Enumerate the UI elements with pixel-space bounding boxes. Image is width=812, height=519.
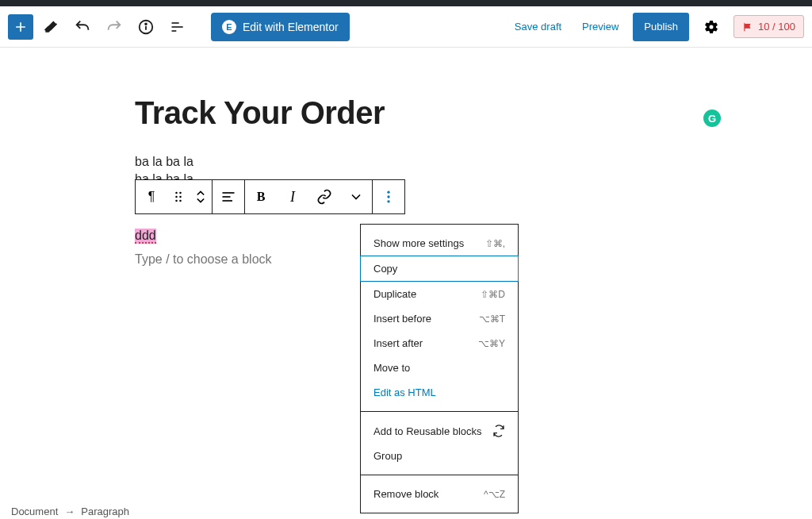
svg-point-6 (175, 192, 178, 194)
elementor-icon: E (222, 20, 236, 34)
preview-button[interactable]: Preview (576, 14, 625, 39)
svg-point-8 (175, 196, 178, 198)
svg-point-2 (145, 23, 147, 25)
redo-button[interactable] (100, 13, 128, 41)
menu-edit-html[interactable]: Edit as HTML (361, 380, 518, 405)
undo-button[interactable] (68, 13, 97, 41)
add-block-button[interactable] (8, 14, 33, 40)
menu-remove-block[interactable]: Remove block ^⌥Z (361, 482, 518, 506)
block-type-button[interactable]: ¶ (136, 180, 167, 213)
svg-point-16 (387, 195, 389, 198)
svg-point-11 (179, 200, 182, 202)
menu-reusable-blocks[interactable]: Add to Reusable blocks (361, 418, 518, 444)
svg-point-15 (387, 191, 389, 194)
more-formatting-button[interactable] (340, 180, 372, 213)
bold-button[interactable]: B (245, 180, 277, 213)
block-options-menu: Show more settings ⇧⌘, Copy Duplicate ⇧⌘… (360, 224, 519, 513)
align-button[interactable] (213, 180, 244, 213)
reusable-icon (492, 425, 505, 437)
selected-paragraph[interactable]: ddd (135, 229, 156, 244)
svg-point-10 (175, 200, 178, 202)
menu-insert-after[interactable]: Insert after ⌥⌘Y (361, 331, 518, 356)
save-draft-button[interactable]: Save draft (508, 14, 568, 39)
seo-score-badge[interactable]: 10 / 100 (733, 15, 804, 38)
menu-show-more-settings[interactable]: Show more settings ⇧⌘, (361, 231, 518, 256)
menu-copy[interactable]: Copy (360, 256, 519, 282)
menu-move-to[interactable]: Move to (361, 356, 518, 380)
drag-handle[interactable] (167, 180, 190, 213)
breadcrumb-current[interactable]: Paragraph (81, 506, 129, 517)
italic-button[interactable]: I (277, 180, 308, 213)
block-more-button[interactable] (373, 180, 404, 213)
grammarly-icon[interactable]: G (703, 110, 721, 127)
menu-group[interactable]: Group (361, 444, 518, 468)
breadcrumb: Document → Paragraph (11, 506, 129, 519)
menu-duplicate[interactable]: Duplicate ⇧⌘D (361, 282, 518, 306)
menu-insert-before[interactable]: Insert before ⌥⌘T (361, 306, 518, 331)
breadcrumb-root[interactable]: Document (11, 506, 58, 517)
svg-point-9 (179, 196, 182, 198)
edit-elementor-button[interactable]: E Edit with Elementor (211, 13, 350, 41)
flag-icon (742, 21, 753, 33)
move-updown-button[interactable] (190, 180, 212, 213)
block-toolbar: ¶ B I (135, 179, 405, 214)
outline-button[interactable] (163, 13, 192, 41)
svg-point-7 (179, 192, 182, 194)
edit-mode-button[interactable] (36, 13, 65, 41)
editor-toolbar: E Edit with Elementor Save draft Preview… (0, 6, 812, 48)
settings-button[interactable] (697, 13, 726, 41)
svg-point-17 (387, 200, 389, 202)
info-button[interactable] (132, 13, 160, 41)
publish-button[interactable]: Publish (633, 13, 689, 41)
paragraph-block[interactable]: ba la ba la (135, 155, 812, 169)
link-button[interactable] (308, 180, 340, 213)
